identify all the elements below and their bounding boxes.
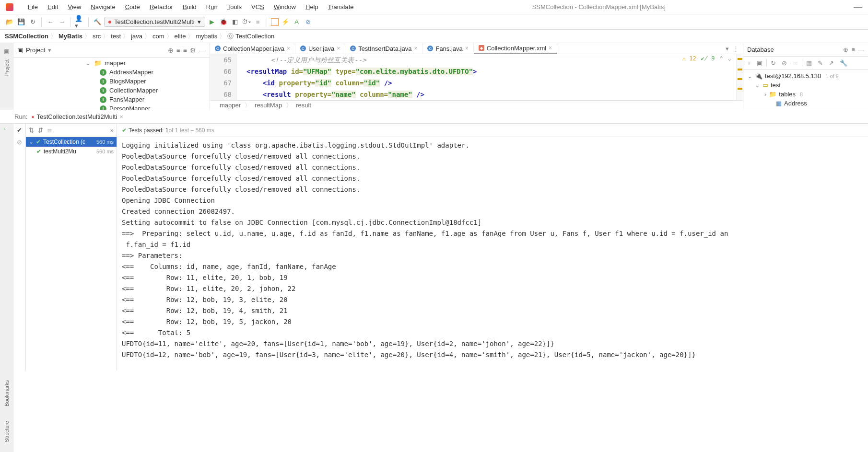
db-hide-icon[interactable]: — — [858, 46, 864, 53]
sort-time-icon[interactable]: ⇵ — [38, 127, 43, 134]
forward-icon[interactable]: → — [57, 17, 67, 27]
menu-code[interactable]: Code — [120, 1, 145, 12]
project-dropdown-caret[interactable]: ▾ — [48, 46, 51, 54]
save-icon[interactable]: 💾 — [16, 17, 26, 27]
db-settings-icon[interactable]: 🔧 — [838, 59, 849, 67]
run-tab[interactable]: ● TestCollection.testMulti2Multi × — [31, 113, 123, 120]
menu-navigate[interactable]: Navigate — [86, 1, 120, 12]
lang-icon[interactable]: A — [292, 17, 302, 27]
breadcrumb-item[interactable]: com — [152, 33, 164, 40]
menu-refactor[interactable]: Refactor — [145, 1, 178, 12]
menu-file[interactable]: File — [23, 1, 43, 12]
hide-icon[interactable]: — — [199, 46, 206, 54]
menu-tools[interactable]: Tools — [223, 1, 246, 12]
refresh-icon[interactable]: ↻ — [28, 17, 37, 27]
breadcrumb-item[interactable]: test — [111, 33, 121, 40]
tab-Fans.java[interactable]: CFans.java× — [422, 43, 473, 54]
test-item-1[interactable]: ✔testMulti2Mu560 ms — [26, 147, 117, 156]
check-ignore-icon[interactable]: ⊘ — [17, 139, 22, 146]
console-output[interactable]: Logging initialized using 'class org.apa… — [117, 137, 868, 371]
sort-alpha-icon[interactable]: ⇅ — [29, 127, 34, 134]
users-icon[interactable]: 👤▾ — [75, 17, 84, 27]
back-icon[interactable]: ← — [46, 17, 55, 27]
tab-dropdown-icon[interactable]: ▾ — [726, 45, 729, 52]
db-stop-icon[interactable]: ⊘ — [780, 59, 789, 67]
hammer-icon[interactable]: 🔨 — [93, 17, 102, 27]
project-item-collectionmapper[interactable]: ICollectionMapper — [13, 86, 210, 95]
typo-badge[interactable]: ✔̸ 9 — [701, 55, 715, 62]
tab-more-icon[interactable]: ⋮ — [733, 45, 739, 52]
close-icon[interactable]: × — [337, 45, 340, 52]
menu-vcs[interactable]: VCS — [246, 1, 269, 12]
db-new-icon[interactable]: + — [745, 59, 753, 67]
profile-icon[interactable]: ⏱▾ — [242, 17, 251, 27]
breadcrumb-item[interactable]: TestCollection — [235, 33, 274, 40]
db-item-test@192.168.5.130[interactable]: ⌄🔌test@192.168.5.1301 of 9 — [743, 71, 868, 81]
coverage-icon[interactable]: ◧ — [230, 17, 240, 27]
menu-run[interactable]: Run — [201, 1, 223, 12]
breadcrumb-item[interactable]: src — [93, 33, 101, 40]
editor-bc-item[interactable]: resultMap — [255, 102, 282, 109]
db-add-icon[interactable]: ⊕ — [843, 46, 848, 53]
breadcrumb-item[interactable]: MyBatis — [59, 33, 82, 40]
minimize-button[interactable]: — — [854, 2, 862, 12]
close-icon[interactable]: × — [465, 45, 469, 52]
tab-TestInsertData.java[interactable]: CTestInsertData.java× — [345, 43, 422, 54]
debug-icon[interactable]: 🐞 — [219, 17, 228, 27]
stop-icon[interactable]: ■ — [253, 17, 263, 27]
project-dropdown-icon[interactable]: ▣ — [17, 46, 23, 54]
project-item-personmapper[interactable]: IPersonMapper — [13, 104, 210, 110]
close-icon[interactable]: × — [414, 45, 417, 52]
expand-all-icon[interactable]: ≣ — [47, 127, 52, 134]
db-table-icon[interactable]: ▦ — [804, 59, 814, 67]
tab-User.java[interactable]: CUser.java× — [295, 43, 345, 54]
db-edit-icon[interactable]: ✎ — [816, 59, 825, 67]
settings-icon[interactable]: ⚙ — [190, 46, 196, 54]
db-filter-icon[interactable]: ≣ — [791, 59, 800, 67]
tab-CollectionMapper.java[interactable]: CCollectionMapper.java× — [210, 43, 295, 54]
warning-badge[interactable]: ⚠ 12 — [682, 55, 696, 62]
test-item-0[interactable]: ⌄✔TestCollection (c560 ms — [26, 137, 117, 147]
project-item-addressmapper[interactable]: IAddressMapper — [13, 68, 210, 77]
editor-bc-item[interactable]: mapper — [220, 102, 241, 109]
db-refresh-icon[interactable]: ↻ — [769, 59, 778, 67]
menu-translate[interactable]: Translate — [323, 1, 359, 12]
next-highlight-icon[interactable]: ⌄ — [728, 55, 731, 62]
project-tool-label[interactable]: Project — [4, 59, 10, 76]
markers-bar[interactable] — [736, 54, 743, 100]
open-icon[interactable]: 📂 — [5, 17, 14, 27]
project-tool-icon[interactable]: ▣ — [4, 48, 9, 55]
markup-icon[interactable] — [271, 18, 279, 26]
menu-edit[interactable]: Edit — [43, 1, 63, 12]
db-jump-icon[interactable]: ↗ — [827, 59, 836, 67]
close-icon[interactable]: × — [287, 45, 290, 52]
close-icon[interactable]: × — [549, 45, 552, 51]
project-item-mapper[interactable]: ⌄📁mapper — [13, 58, 210, 68]
expand-icon[interactable]: ≡ — [176, 46, 180, 54]
run-config-selector[interactable]: TestCollection.testMulti2Multi ▾ — [104, 17, 205, 27]
breadcrumb-item[interactable]: mybatis — [196, 33, 217, 40]
tab-CollectionMapper.xml[interactable]: ◆CollectionMapper.xml× — [474, 43, 557, 54]
run-icon[interactable]: ▶ — [207, 17, 217, 27]
breadcrumb-item[interactable]: elite — [175, 33, 186, 40]
more-icon[interactable]: » — [110, 127, 114, 134]
project-item-blogsmapper[interactable]: IBlogsMapper — [13, 77, 210, 86]
disable-icon[interactable]: ⊘ — [304, 17, 313, 27]
select-opened-icon[interactable]: ⊕ — [168, 46, 174, 54]
editor-bc-item[interactable]: result — [296, 102, 311, 109]
menu-help[interactable]: Help — [301, 1, 323, 12]
collapse-icon[interactable]: ≡ — [183, 46, 187, 54]
prev-highlight-icon[interactable]: ⌃ — [720, 55, 723, 62]
db-expand-icon[interactable]: ≡ — [851, 46, 855, 53]
breadcrumb-item[interactable]: java — [131, 33, 142, 40]
db-duplicate-icon[interactable]: ▣ — [755, 59, 764, 67]
db-item-Address[interactable]: ▦Address — [743, 99, 868, 108]
database-nav-icon[interactable]: ⚡ — [281, 17, 290, 27]
menu-build[interactable]: Build — [178, 1, 201, 12]
db-item-test[interactable]: ⌄▭test — [743, 81, 868, 90]
check-pass-icon[interactable]: ✔ — [17, 127, 22, 134]
db-item-tables[interactable]: ›📁tables8 — [743, 90, 868, 99]
close-icon[interactable]: × — [119, 113, 123, 120]
code-area[interactable]: ⚠ 12 ✔̸ 9 ⌃ ⌄ <!--定义用户与粉丝互关表--><resultMa… — [237, 54, 736, 100]
menu-window[interactable]: Window — [269, 1, 301, 12]
